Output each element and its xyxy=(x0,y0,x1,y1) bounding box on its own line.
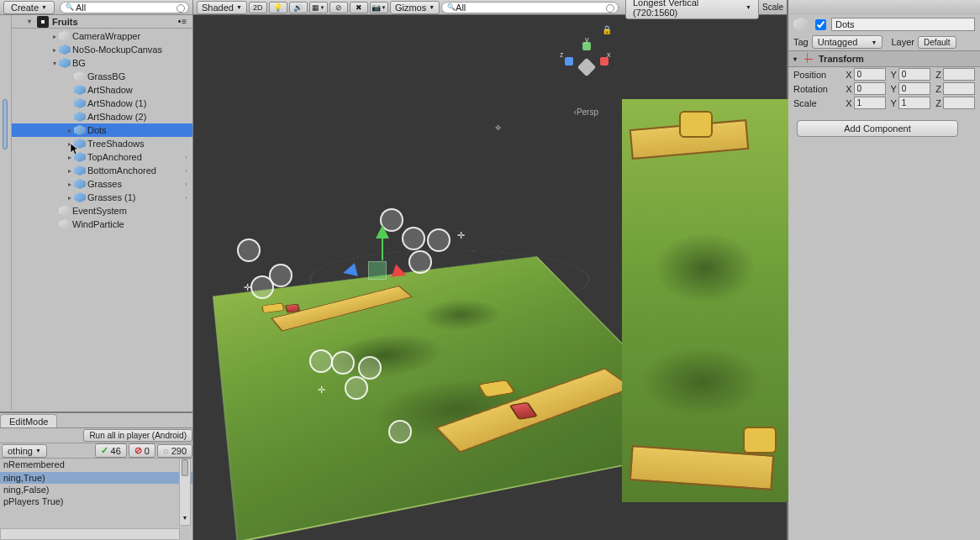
prefab-cube-icon xyxy=(59,219,71,229)
scene-header[interactable]: ▾ Fruits •≡ xyxy=(0,15,192,29)
x-field[interactable] xyxy=(854,82,886,95)
fold-icon[interactable]: ▾ xyxy=(25,18,34,25)
scene-view: Shaded▼ 2D 💡 🔊 ▦▼ ⊘ ✖ 📷▼ Gizmos▼ 🔍All xyxy=(193,0,622,540)
test-scrollbar[interactable]: ▼ xyxy=(179,459,191,526)
hierarchy-item-grasses[interactable]: ▸Grasses› xyxy=(0,177,192,191)
prefab-cube-icon xyxy=(74,125,86,135)
x-field[interactable] xyxy=(854,68,886,81)
item-label: Dots xyxy=(87,125,107,135)
hierarchy-item-artshadow-2-[interactable]: ArtShadow (2) xyxy=(0,110,192,123)
run-all-button[interactable]: Run all in player (Android) xyxy=(83,429,192,442)
hierarchy-item-grasses-1-[interactable]: ▸Grasses (1)› xyxy=(0,191,192,204)
hierarchy-search[interactable]: 🔍All xyxy=(60,2,189,13)
audio-toggle[interactable]: 🔊 xyxy=(289,2,308,13)
pass-count[interactable]: ✓46 xyxy=(95,443,127,458)
scene-search[interactable]: 🔍All xyxy=(441,2,619,13)
hierarchy-item-grassbg[interactable]: GrassBG xyxy=(0,70,192,83)
item-label: TopAnchored xyxy=(87,152,142,162)
pivot-cross-icon: ✛ xyxy=(457,230,467,240)
skip-count[interactable]: ○290 xyxy=(157,444,192,458)
hierarchy-item-camerawrapper[interactable]: ▸CameraWrapper xyxy=(0,29,192,43)
layer-dropdown[interactable]: Default xyxy=(918,36,956,49)
fold-icon[interactable]: ▸ xyxy=(66,140,74,148)
active-checkbox[interactable] xyxy=(815,19,826,30)
transform-header[interactable]: ▾ Transform xyxy=(788,50,980,67)
dot xyxy=(237,239,261,262)
gizmos-dropdown[interactable]: Gizmos▼ xyxy=(390,1,440,14)
hidden-toggle[interactable]: ⊘ xyxy=(329,2,348,13)
g-lock-bottom xyxy=(743,427,777,453)
prefab-cube-icon xyxy=(59,31,71,41)
fail-count[interactable]: ⊘0 xyxy=(129,443,155,458)
item-label: Grasses (1) xyxy=(87,192,135,202)
aspect-dropdown[interactable]: Longest Vertical (720:1560)▼ xyxy=(625,0,759,19)
x-field[interactable] xyxy=(854,97,886,109)
hierarchy-item-topanchored[interactable]: ▸TopAnchored› xyxy=(0,150,192,164)
fold-icon[interactable]: ▸ xyxy=(66,181,74,188)
tools-toggle[interactable]: ✖ xyxy=(350,2,368,13)
test-line[interactable]: pPlayers True) xyxy=(0,495,192,507)
fold-icon[interactable]: ▸ xyxy=(50,33,59,40)
scroll-thumb[interactable] xyxy=(3,99,8,149)
hierarchy-item-dots[interactable]: ▸Dots xyxy=(0,123,192,137)
gameobject-icon[interactable] xyxy=(793,18,809,31)
lock-icon[interactable]: 🔒 xyxy=(602,25,612,34)
tab-editmode[interactable]: EditMode xyxy=(0,414,57,427)
camera-toggle[interactable]: 📷▼ xyxy=(370,2,388,13)
transform-properties: PositionXYZRotationXYZScaleXYZ xyxy=(788,67,980,110)
hierarchy-item-eventsystem[interactable]: EventSystem xyxy=(0,204,192,218)
prop-rotation: RotationXYZ xyxy=(788,81,980,96)
object-name-field[interactable] xyxy=(831,18,975,31)
hierarchy-item-noso-mockupcanvas[interactable]: ▸NoSo-MockupCanvas xyxy=(0,43,192,56)
y-field[interactable] xyxy=(898,68,930,81)
hierarchy-toolbar: Create▼ 🔍All xyxy=(0,0,192,15)
persp-label[interactable]: Persp xyxy=(574,107,598,117)
unity-logo-icon xyxy=(37,16,49,28)
chevron-right-icon: › xyxy=(185,181,187,188)
test-line[interactable]: ning,False) xyxy=(0,484,192,495)
item-label: Grasses xyxy=(87,179,122,189)
hierarchy-item-treeshadows[interactable]: ▸TreeShadows xyxy=(0,137,192,150)
tab-host: EditMode xyxy=(0,413,192,428)
z-field[interactable] xyxy=(943,82,975,95)
scene-menu-icon[interactable]: •≡ xyxy=(178,17,187,26)
y-field[interactable] xyxy=(898,82,930,95)
tag-dropdown[interactable]: Untagged▼ xyxy=(812,35,883,49)
2d-toggle[interactable]: 2D xyxy=(249,2,267,13)
test-line[interactable]: ning,True) xyxy=(0,472,192,484)
transform-gizmo[interactable] xyxy=(361,254,395,288)
fold-icon[interactable]: ▾ xyxy=(793,55,797,63)
dot xyxy=(388,420,412,443)
fold-icon[interactable]: ▸ xyxy=(66,127,74,134)
dot xyxy=(358,356,382,380)
fold-icon[interactable]: ▸ xyxy=(50,46,59,54)
fold-icon[interactable]: ▾ xyxy=(50,60,59,67)
ground-plane xyxy=(213,256,622,540)
fold-icon[interactable]: ▸ xyxy=(66,194,74,202)
fx-toggle[interactable]: ▦▼ xyxy=(309,2,328,13)
light-toggle[interactable]: 💡 xyxy=(269,2,287,13)
z-field[interactable] xyxy=(943,68,975,81)
hierarchy-item-bg[interactable]: ▾BG xyxy=(0,56,192,70)
add-component-button[interactable]: Add Component xyxy=(797,120,958,137)
prefab-cube-icon xyxy=(74,139,86,149)
z-field[interactable] xyxy=(943,97,975,109)
test-line[interactable]: nRemembered xyxy=(0,459,192,470)
filter-dropdown[interactable]: othing▼ xyxy=(2,444,47,458)
hierarchy-item-windparticle[interactable]: WindParticle xyxy=(0,218,192,231)
pivot-cross-icon: ✧ xyxy=(494,123,504,133)
y-field[interactable] xyxy=(898,97,930,109)
hierarchy-item-artshadow[interactable]: ArtShadow xyxy=(0,83,192,97)
shading-dropdown[interactable]: Shaded▼ xyxy=(197,1,247,14)
scene-canvas[interactable]: ✛ ✛ ✛ ✧ y x z 🔒 Persp xyxy=(193,15,622,540)
hierarchy-item-artshadow-1-[interactable]: ArtShadow (1) xyxy=(0,97,192,110)
create-button[interactable]: Create▼ xyxy=(3,1,55,14)
prefab-cube-icon xyxy=(74,112,86,122)
fold-icon[interactable]: ▸ xyxy=(66,154,74,161)
dot xyxy=(309,349,333,373)
hierarchy-item-bottomanchored[interactable]: ▸BottomAnchored› xyxy=(0,164,192,177)
game-viewport[interactable] xyxy=(622,99,788,502)
orientation-gizmo[interactable]: y x z xyxy=(560,40,614,94)
fold-icon[interactable]: ▸ xyxy=(66,167,74,175)
test-hscroll[interactable] xyxy=(0,528,180,540)
